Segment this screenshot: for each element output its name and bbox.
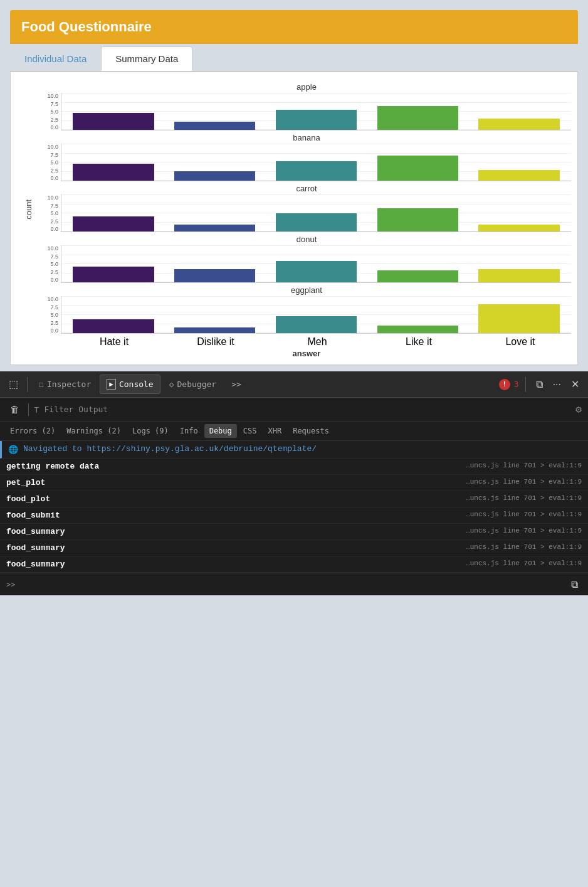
x-label-hate-it: Hate it xyxy=(63,336,165,348)
filter-output-label[interactable]: Filter Output xyxy=(44,405,108,414)
bar-banana-dislike xyxy=(164,144,266,181)
debugger-icon: ◇ xyxy=(169,380,174,389)
subplot-title-carrot: carrot xyxy=(42,184,571,193)
filter-icon: ⊤ xyxy=(34,405,39,415)
subplot-eggplant: eggplant10.07.55.02.50.0 xyxy=(42,285,571,334)
console-filter-tab-css[interactable]: CSS xyxy=(238,424,262,438)
gear-icon[interactable]: ⚙ xyxy=(575,403,582,415)
trash-btn[interactable]: 🗑 xyxy=(6,401,23,417)
app-title-bar: Food Questionnaire xyxy=(10,10,578,44)
console-msg-source-4: …uncs.js line 701 > eval:1:9 xyxy=(466,511,582,518)
bar-eggplant-love xyxy=(468,296,570,333)
bar-apple-like xyxy=(367,93,468,130)
bar-carrot-dislike xyxy=(164,194,266,231)
close-btn[interactable]: ✕ xyxy=(567,376,583,393)
devtools-pick-btn[interactable]: ⬚ xyxy=(5,376,22,393)
bar-carrot-love xyxy=(468,194,570,231)
more-options-btn[interactable]: ··· xyxy=(549,376,565,393)
subplots-area: apple10.07.55.02.50.0banana10.07.55.02.5… xyxy=(42,82,571,336)
subplot-banana: banana10.07.55.02.50.0 xyxy=(42,133,571,181)
console-msg-source-2: …uncs.js line 701 > eval:1:9 xyxy=(466,478,582,486)
bar-carrot-like xyxy=(367,194,468,231)
bar-carrot-hate xyxy=(63,194,164,231)
bar-eggplant-dislike xyxy=(164,296,266,333)
inspector-icon: ☐ xyxy=(39,380,44,389)
error-badge: ! xyxy=(499,379,510,390)
dock-btn[interactable]: ⧉ xyxy=(567,576,582,593)
console-msg-6: food_summary…uncs.js line 701 > eval:1:9 xyxy=(0,540,588,556)
bar-apple-dislike xyxy=(164,93,266,130)
console-icon: ▶ xyxy=(107,379,116,390)
x-label-dislike-it: Dislike it xyxy=(165,336,266,348)
subplot-apple: apple10.07.55.02.50.0 xyxy=(42,82,571,130)
bar-apple-meh xyxy=(266,93,367,130)
console-filter-tab-errors2[interactable]: Errors (2) xyxy=(5,424,60,438)
subplot-title-apple: apple xyxy=(42,82,571,92)
console-msg-source-1: …uncs.js line 701 > eval:1:9 xyxy=(466,462,582,469)
tab-summary-data[interactable]: Summary Data xyxy=(101,46,192,71)
bar-banana-like xyxy=(367,144,468,181)
console-msg-0: 🌐Navigated to https://shiny.psy.gla.ac.u… xyxy=(0,441,588,459)
chevron-right-icon: >> xyxy=(231,380,241,389)
x-axis-title: answer xyxy=(42,349,571,358)
bar-banana-love xyxy=(468,144,570,181)
bar-banana-hate xyxy=(63,144,164,181)
expand-icon[interactable]: >> xyxy=(6,580,15,589)
console-bottom-bar: >> ⧉ xyxy=(0,573,588,595)
chart-container: count apple10.07.55.02.50.0banana10.07.5… xyxy=(10,72,578,365)
console-msg-3: food_plot…uncs.js line 701 > eval:1:9 xyxy=(0,491,588,507)
y-axis-label: count xyxy=(24,199,33,220)
console-msg-source-3: …uncs.js line 701 > eval:1:9 xyxy=(466,494,582,502)
bar-eggplant-meh xyxy=(266,296,367,333)
globe-icon: 🌐 xyxy=(8,445,18,455)
devtools-toolbar: ⬚ ☐ Inspector ▶ Console ◇ Debugger >> ! … xyxy=(0,371,588,398)
filter-bar: 🗑 ⊤ Filter Output ⚙ xyxy=(0,398,588,422)
tab-more[interactable]: >> xyxy=(225,376,248,393)
bar-apple-hate xyxy=(63,93,164,130)
tab-debugger[interactable]: ◇ Debugger xyxy=(163,376,223,393)
console-filter-tab-info[interactable]: Info xyxy=(175,424,203,438)
tab-inspector[interactable]: ☐ Inspector xyxy=(33,376,97,393)
console-msg-source-6: …uncs.js line 701 > eval:1:9 xyxy=(466,543,582,551)
console-msg-source-7: …uncs.js line 701 > eval:1:9 xyxy=(466,560,582,567)
x-labels-row: Hate itDislike itMehLike itLove it xyxy=(63,336,571,348)
console-messages: 🌐Navigated to https://shiny.psy.gla.ac.u… xyxy=(0,441,588,573)
bar-apple-love xyxy=(468,93,570,130)
console-msg-5: food_summary…uncs.js line 701 > eval:1:9 xyxy=(0,524,588,540)
bar-eggplant-hate xyxy=(63,296,164,333)
tabs-row: Individual Data Summary Data xyxy=(10,46,578,72)
console-msg-2: pet_plot…uncs.js line 701 > eval:1:9 xyxy=(0,475,588,491)
tab-individual-data[interactable]: Individual Data xyxy=(10,46,101,71)
bar-donut-dislike xyxy=(164,245,266,282)
subplot-title-donut: donut xyxy=(42,235,571,244)
console-filter-tab-debug[interactable]: Debug xyxy=(204,424,237,438)
console-filter-tabs: Errors (2)Warnings (2)Logs (9)InfoDebugC… xyxy=(0,422,588,441)
console-msg-7: food_summary…uncs.js line 701 > eval:1:9 xyxy=(0,556,588,573)
console-msg-1: getting remote data…uncs.js line 701 > e… xyxy=(0,459,588,475)
console-msg-4: food_submit…uncs.js line 701 > eval:1:9 xyxy=(0,507,588,524)
console-filter-tab-warnings2[interactable]: Warnings (2) xyxy=(61,424,126,438)
bar-donut-meh xyxy=(266,245,367,282)
subplot-title-banana: banana xyxy=(42,133,571,142)
error-count: 3 xyxy=(514,380,519,389)
console-filter-tab-logs9[interactable]: Logs (9) xyxy=(127,424,174,438)
console-msg-source-5: …uncs.js line 701 > eval:1:9 xyxy=(466,527,582,534)
subplot-title-eggplant: eggplant xyxy=(42,285,571,295)
x-label-like-it: Like it xyxy=(368,336,470,348)
app-title: Food Questionnaire xyxy=(21,19,152,35)
console-filter-tab-requests[interactable]: Requests xyxy=(288,424,334,438)
bar-banana-meh xyxy=(266,144,367,181)
console-filter-tab-xhr[interactable]: XHR xyxy=(263,424,286,438)
bar-carrot-meh xyxy=(266,194,367,231)
bar-donut-like xyxy=(367,245,468,282)
tab-console[interactable]: ▶ Console xyxy=(100,374,160,394)
bar-donut-hate xyxy=(63,245,164,282)
x-label-love-it: Love it xyxy=(470,336,571,348)
bar-donut-love xyxy=(468,245,570,282)
subplot-donut: donut10.07.55.02.50.0 xyxy=(42,235,571,283)
new-window-btn[interactable]: ⧉ xyxy=(532,376,547,393)
devtools-panel: ⬚ ☐ Inspector ▶ Console ◇ Debugger >> ! … xyxy=(0,371,588,595)
bar-eggplant-like xyxy=(367,296,468,333)
x-label-meh: Meh xyxy=(266,336,368,348)
subplot-carrot: carrot10.07.55.02.50.0 xyxy=(42,184,571,232)
